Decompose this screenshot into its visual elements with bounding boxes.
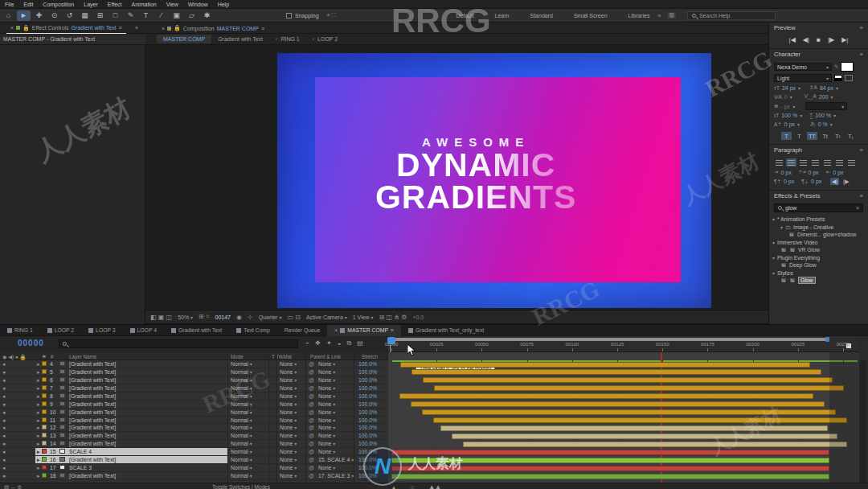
- stretch-value[interactable]: 100.0%: [358, 433, 377, 438]
- layer-name[interactable]: SCALE 3: [69, 465, 92, 471]
- effects-tree-item[interactable]: fxDeep Glow: [772, 261, 865, 269]
- menu-item-edit[interactable]: Edit: [18, 2, 38, 7]
- eye-icon[interactable]: ●: [2, 361, 6, 367]
- layer-bar-4[interactable]: [400, 362, 810, 368]
- effect-label[interactable]: Plugin Everything: [777, 255, 820, 261]
- parent-pickwhip-icon[interactable]: @: [309, 473, 314, 479]
- label-color-swatch[interactable]: [42, 369, 47, 375]
- mode-select[interactable]: Normal ▾: [231, 417, 252, 423]
- shy-layers-icon[interactable]: ❖: [315, 339, 321, 347]
- parent-select[interactable]: None ▾: [318, 425, 335, 430]
- layer-name[interactable]: [Gradient with Text]: [69, 385, 116, 391]
- caret-down-icon[interactable]: ▾: [772, 240, 775, 245]
- parent-select[interactable]: None ▾: [318, 401, 335, 407]
- snapping-checkbox[interactable]: [286, 13, 292, 18]
- align-button-2[interactable]: [798, 158, 809, 166]
- timeline-tab-loop-3[interactable]: LOOP 3: [81, 325, 122, 336]
- close-icon[interactable]: ×: [162, 26, 165, 31]
- composition-viewer[interactable]: AWESOME DYNAMIC GRADIENTS: [145, 45, 768, 310]
- text-direction-rtl-button[interactable]: (▶: [841, 178, 850, 185]
- eye-icon[interactable]: ●: [2, 473, 6, 479]
- snapshot-icon[interactable]: ◉: [236, 314, 242, 321]
- trkmat-select[interactable]: None ▾: [280, 441, 297, 446]
- layer-name[interactable]: [Gradient with Text]: [69, 441, 116, 446]
- magnification-select[interactable]: 50% ▾: [178, 314, 193, 320]
- space-before-value[interactable]: 0 px: [784, 179, 794, 184]
- layer-row-7[interactable]: ●▸7[Gradient with Text]Normal ▾None ▾@No…: [0, 384, 388, 392]
- layer-bar-9[interactable]: [411, 401, 825, 407]
- mode-select[interactable]: Normal ▾: [231, 465, 252, 471]
- layer-name[interactable]: [Gradient with Text]: [69, 377, 116, 383]
- layer-bar-7[interactable]: [434, 385, 844, 391]
- effect-label[interactable]: * Animation Presets: [777, 216, 825, 222]
- effects-tree-item[interactable]: fxfxVR Glow: [772, 246, 865, 254]
- no-fill-swatch[interactable]: [845, 75, 853, 81]
- layer-bar-15[interactable]: [391, 450, 829, 455]
- workspace-tab-small-screen[interactable]: Small Screen: [574, 13, 608, 18]
- layer-row-13[interactable]: ●▸13[Gradient with Text]Normal ▾None ▾@N…: [0, 432, 388, 440]
- trkmat-select[interactable]: None ▾: [280, 457, 297, 462]
- timeline-tab-text-comp[interactable]: Text Comp: [229, 325, 276, 336]
- eye-icon[interactable]: ●: [2, 433, 6, 438]
- parent-select[interactable]: None ▾: [318, 465, 335, 471]
- layer-row-17[interactable]: ●▸17SCALE 3Normal ▾None ▾@None ▾100.0%: [0, 464, 388, 472]
- horizontal-scale-value[interactable]: 100 %: [815, 113, 831, 118]
- workspace-tab-default[interactable]: Default: [456, 13, 473, 18]
- effect-label[interactable]: Dimensi... glow+shadow: [797, 232, 856, 237]
- resolution-select[interactable]: Quarter ▾: [259, 314, 282, 320]
- parent-select[interactable]: None ▾: [318, 385, 335, 391]
- stretch-value[interactable]: 100.0%: [358, 393, 377, 399]
- tracking-value[interactable]: 200: [819, 94, 829, 100]
- effects-search-input[interactable]: glow ×: [774, 203, 863, 212]
- small-caps-button[interactable]: Tt: [820, 132, 830, 140]
- align-button-4[interactable]: [822, 158, 833, 166]
- trkmat-select[interactable]: None ▾: [280, 401, 297, 407]
- next-frame-button[interactable]: |▶: [828, 36, 834, 43]
- rotate-tool-icon[interactable]: ↺: [63, 10, 76, 21]
- parent-pickwhip-icon[interactable]: @: [309, 385, 314, 391]
- layer-name-column[interactable]: Layer Name: [69, 354, 96, 360]
- layer-bar-8[interactable]: [399, 393, 813, 399]
- first-frame-button[interactable]: |◀: [789, 36, 796, 43]
- layer-row-10[interactable]: ●▸10[Gradient with Text]Normal ▾None ▾@N…: [0, 409, 388, 417]
- trkmat-select[interactable]: None ▾: [280, 385, 297, 391]
- expand-arrow-icon[interactable]: ▸: [37, 433, 39, 439]
- trkmat-select[interactable]: None ▾: [280, 433, 297, 438]
- menu-item-composition[interactable]: Composition: [38, 2, 79, 7]
- eye-icon[interactable]: ●: [2, 457, 6, 462]
- close-icon[interactable]: ×: [334, 327, 338, 333]
- text-direction-ltr-button[interactable]: ◀): [830, 178, 839, 185]
- layer-row-8[interactable]: ●▸8[Gradient with Text]Normal ▾None ▾@No…: [0, 392, 388, 401]
- layer-name[interactable]: [Gradient with Text]: [69, 417, 116, 423]
- font-size-value[interactable]: 24 px: [782, 85, 796, 91]
- subscript-button[interactable]: T₁: [845, 132, 856, 140]
- effect-label[interactable]: Immersive Video: [777, 240, 818, 245]
- mode-select[interactable]: Normal ▾: [231, 377, 252, 383]
- vertical-scale-value[interactable]: 100 %: [781, 113, 797, 118]
- expand-arrow-icon[interactable]: ▸: [37, 385, 39, 392]
- breadcrumb-ring-1[interactable]: ‹RING 1: [269, 35, 306, 43]
- eraser-tool-icon[interactable]: ▱: [185, 10, 199, 21]
- align-button-3[interactable]: [810, 158, 821, 166]
- label-color-swatch[interactable]: [42, 465, 47, 471]
- layer-name[interactable]: [Gradient with Text]: [69, 473, 116, 479]
- hand-tool-icon[interactable]: ✚: [32, 10, 46, 21]
- font-family-select[interactable]: Nexa Demo▾: [774, 63, 832, 71]
- breadcrumb-master-comp[interactable]: MASTER COMP: [157, 35, 211, 43]
- align-button-0[interactable]: [774, 158, 784, 166]
- menu-item-window[interactable]: Window: [183, 2, 213, 7]
- label-color-swatch[interactable]: [42, 417, 47, 423]
- eye-icon[interactable]: ●: [2, 417, 6, 423]
- panel-menu-icon[interactable]: ≡: [860, 146, 863, 154]
- stretch-value[interactable]: 100.0%: [358, 369, 377, 375]
- stretch-value[interactable]: 100.0%: [358, 361, 377, 367]
- work-area-end-handle[interactable]: [825, 337, 829, 342]
- layer-row-14[interactable]: ●▸14[Gradient with Text]Normal ▾None ▾@N…: [0, 440, 388, 448]
- menu-item-animation[interactable]: Animation: [127, 2, 162, 7]
- stroke-style-select[interactable]: ▾: [805, 102, 847, 110]
- parent-pickwhip-icon[interactable]: @: [309, 361, 314, 367]
- trkmat-select[interactable]: None ▾: [280, 417, 297, 423]
- clear-search-icon[interactable]: ×: [856, 205, 859, 211]
- panel-menu-icon[interactable]: ≡: [860, 51, 863, 58]
- parent-select[interactable]: None ▾: [318, 369, 335, 375]
